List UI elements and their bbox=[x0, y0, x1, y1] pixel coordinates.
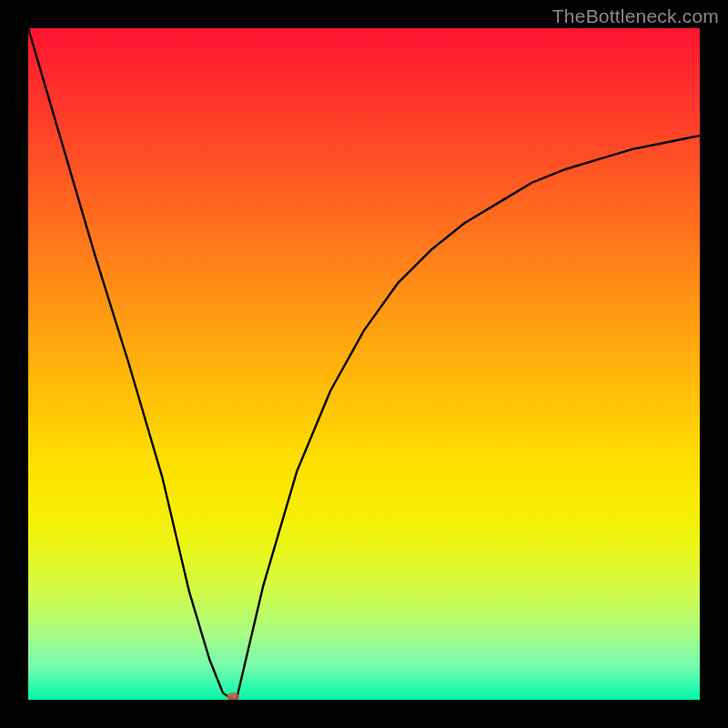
chart-frame: TheBottleneck.com bbox=[0, 0, 728, 728]
plot-area bbox=[28, 28, 700, 700]
watermark-text: TheBottleneck.com bbox=[552, 5, 719, 27]
bottleneck-curve bbox=[28, 28, 700, 700]
